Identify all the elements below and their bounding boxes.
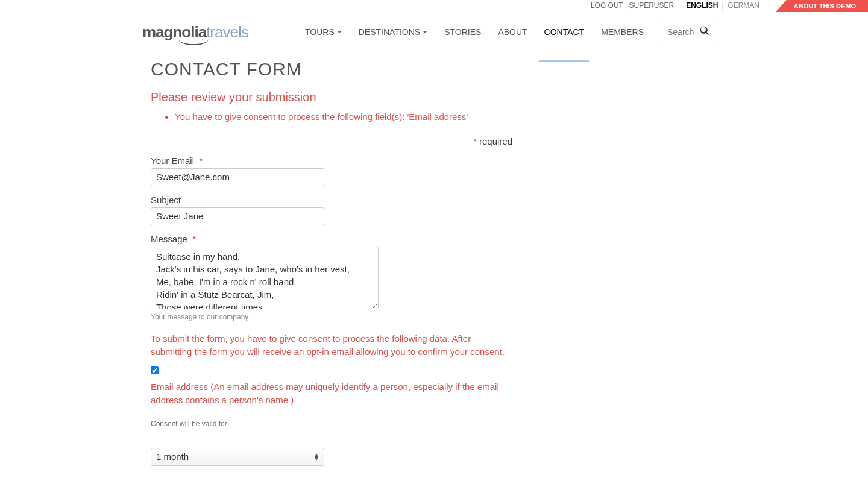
email-label: Your Email * (151, 156, 512, 166)
lang-english[interactable]: ENGLISH (686, 1, 718, 10)
search-input[interactable] (667, 27, 700, 37)
about-demo-ribbon[interactable]: ABOUT THIS DEMO (776, 0, 868, 12)
site-logo[interactable]: magnoliatravels (142, 23, 248, 42)
search-icon[interactable] (700, 26, 709, 38)
nav-destinations[interactable]: DESTINATIONS (359, 27, 427, 37)
chevron-down-icon (423, 31, 427, 33)
message-textarea[interactable] (151, 247, 379, 309)
username-link[interactable]: SUPERUSER (629, 1, 675, 10)
lang-german[interactable]: GERMAN (728, 1, 760, 10)
logout-link[interactable]: LOG OUT (591, 1, 623, 10)
message-label: Message * (151, 234, 512, 244)
consent-group: To submit the form, you have to give con… (151, 332, 512, 407)
validity-select[interactable]: 1 month (151, 448, 324, 466)
required-note: * required (151, 136, 512, 146)
consent-label: Email address (An email address may uniq… (151, 380, 512, 407)
error-list: You have to give consent to process the … (175, 110, 512, 124)
error-item: You have to give consent to process the … (175, 110, 512, 124)
nav-members[interactable]: MEMBERS (601, 27, 644, 37)
message-hint: Your message to our company (151, 313, 512, 321)
chevron-down-icon (337, 31, 342, 33)
consent-intro: To submit the form, you have to give con… (151, 332, 512, 359)
language-switcher: ENGLISH | GERMAN (686, 1, 760, 10)
validity-select-wrap: 1 month ▲▼ (151, 448, 324, 466)
nav-contact[interactable]: CONTACT (544, 27, 585, 37)
top-bar: LOG OUT | SUPERUSER ENGLISH | GERMAN ABO… (0, 0, 868, 11)
email-input[interactable] (151, 168, 324, 186)
search-box[interactable] (661, 22, 717, 42)
page-title: CONTACT FORM (151, 59, 663, 80)
header: magnoliatravels TOURS DESTINATIONS STORI… (0, 11, 868, 53)
user-links: LOG OUT | SUPERUSER (591, 1, 674, 10)
validity-label: Consent will be valid for: (151, 420, 512, 432)
field-email: Your Email * (151, 156, 512, 186)
subject-input[interactable] (151, 207, 324, 225)
error-heading: Please review your submission (151, 90, 512, 104)
field-message: Message * Your message to our company (151, 234, 512, 321)
nav-tours[interactable]: TOURS (305, 27, 342, 37)
nav-stories[interactable]: STORIES (444, 27, 481, 37)
main-nav: TOURS DESTINATIONS STORIES ABOUT CONTACT… (305, 22, 717, 42)
consent-checkbox[interactable] (151, 366, 159, 374)
field-subject: Subject (151, 195, 512, 225)
subject-label: Subject (151, 195, 512, 205)
page-content: CONTACT FORM Please review your submissi… (151, 53, 663, 481)
nav-about[interactable]: ABOUT (498, 27, 527, 37)
